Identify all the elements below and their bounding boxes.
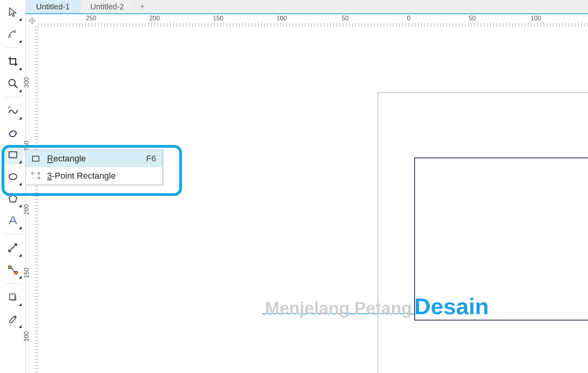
flyout-item-3point-rectangle[interactable]: 3-Point Rectangle: [26, 167, 162, 185]
svg-line-10: [11, 267, 15, 273]
svg-point-2: [9, 80, 15, 86]
toolbox-separator: [4, 283, 22, 284]
document-tab-2[interactable]: Untitled-2: [80, 0, 135, 13]
ruler-v-label: 300: [23, 77, 30, 88]
drawing-canvas[interactable]: Menjelang Petang Desain: [38, 27, 588, 373]
svg-marker-6: [9, 195, 17, 202]
ruler-origin[interactable]: [26, 15, 38, 27]
flyout-item-label: 3-Point Rectangle: [47, 171, 144, 181]
flyout-indicator-icon: [19, 67, 22, 70]
svg-rect-0: [9, 36, 10, 37]
flyout-indicator-icon: [19, 40, 22, 43]
svg-rect-16: [38, 173, 40, 174]
ruler-h-label: 100: [277, 15, 287, 22]
svg-rect-1: [14, 31, 15, 32]
document-tab-1[interactable]: Untitled-1: [26, 0, 80, 13]
cursor-icon: [8, 7, 18, 17]
rectangle-icon: [30, 154, 42, 163]
rectangle-tool-flyout: Rectangle F6 3-Point Rectangle: [25, 150, 163, 185]
ruler-h-label: 100: [531, 15, 541, 22]
ruler-v-ticks: [35, 27, 38, 373]
flyout-indicator-icon: [19, 226, 22, 229]
svg-rect-15: [32, 173, 33, 174]
text-icon: [7, 215, 18, 226]
flyout-indicator-icon: [19, 205, 22, 207]
text-tool[interactable]: [3, 211, 23, 230]
ruler-v-label: 150: [23, 268, 30, 278]
connector-tool[interactable]: [3, 260, 23, 280]
svg-rect-4: [9, 152, 17, 158]
eyedropper-tool[interactable]: [3, 310, 23, 329]
dropshadow-tool[interactable]: [3, 288, 23, 307]
flyout-indicator-icon: [19, 254, 22, 257]
ruler-v-label: 200: [23, 204, 30, 215]
svg-rect-17: [38, 177, 40, 179]
freehand-tool[interactable]: [3, 101, 23, 121]
flyout-item-rectangle[interactable]: Rectangle F6: [26, 150, 162, 167]
shape-tool[interactable]: [3, 24, 23, 44]
svg-rect-12: [9, 294, 15, 299]
flyout-item-shortcut: F6: [146, 154, 156, 164]
ruler-h-label: 200: [149, 15, 160, 22]
watermark: Menjelang Petang Desain: [265, 293, 489, 319]
dimension-tool[interactable]: [3, 238, 23, 258]
svg-rect-14: [33, 174, 39, 178]
flyout-indicator-icon: [19, 276, 22, 279]
polygon-icon: [8, 194, 18, 204]
ruler-h-label: 50: [342, 15, 349, 22]
ruler-h-label: 50: [469, 15, 476, 22]
flyout-indicator-icon: [19, 117, 22, 120]
watermark-text-1: Menjelang Petang: [265, 299, 412, 318]
add-tab-button[interactable]: +: [135, 0, 150, 13]
polygon-tool[interactable]: [3, 189, 23, 208]
ruler-origin-icon: [29, 17, 36, 24]
ruler-h-label: 150: [213, 15, 224, 22]
rectangle-tool[interactable]: [3, 145, 23, 165]
ruler-vertical[interactable]: 300 250 200 150 100: [26, 27, 38, 373]
flyout-indicator-icon: [19, 183, 22, 185]
connector-icon: [7, 264, 18, 275]
document-tabs-bar: Untitled-1 Untitled-2 +: [26, 0, 588, 14]
shape-edit-icon: [8, 29, 18, 39]
zoom-tool[interactable]: [3, 74, 23, 93]
dropshadow-icon: [8, 292, 18, 302]
svg-line-7: [9, 244, 16, 252]
flyout-item-label: Rectangle: [47, 154, 134, 164]
svg-point-5: [9, 174, 17, 179]
flyout-indicator-icon: [19, 161, 22, 163]
flyout-indicator-icon: [19, 325, 22, 328]
crop-tool[interactable]: [3, 52, 23, 71]
plus-icon: +: [140, 2, 145, 11]
rectangle-icon: [8, 150, 18, 160]
magnifier-icon: [7, 78, 18, 89]
toolbox-separator: [4, 97, 22, 97]
freehand-icon: [7, 105, 18, 116]
svg-line-3: [14, 85, 17, 88]
ellipse-icon: [8, 172, 18, 182]
smear-tool[interactable]: [3, 123, 23, 143]
ruler-h-label: 0: [407, 15, 411, 22]
crop-icon: [7, 56, 18, 67]
flyout-indicator-icon: [19, 303, 22, 306]
svg-rect-9: [15, 272, 17, 274]
three-point-rectangle-icon: [30, 172, 42, 180]
ruler-horizontal[interactable]: 250 200 150 100 50 0 50 100: [38, 15, 588, 27]
toolbox: [0, 0, 26, 373]
toolbox-separator: [4, 234, 22, 234]
ruler-h-label: 250: [86, 15, 96, 22]
svg-rect-13: [33, 156, 39, 161]
pick-tool[interactable]: [3, 2, 23, 22]
svg-rect-8: [8, 266, 11, 269]
ruler-v-label: 100: [23, 331, 30, 342]
watermark-text-2: Desain: [414, 293, 489, 319]
toolbox-separator: [4, 47, 22, 48]
tab-label: Untitled-1: [36, 2, 70, 11]
eyedropper-icon: [8, 314, 18, 324]
flyout-indicator-icon: [19, 89, 22, 92]
tab-label: Untitled-2: [91, 2, 124, 11]
flyout-indicator-icon: [19, 18, 22, 21]
smear-icon: [7, 127, 18, 138]
ellipse-tool[interactable]: [3, 167, 23, 186]
ruler-h-ticks: [38, 23, 588, 27]
dimension-icon: [7, 243, 18, 253]
